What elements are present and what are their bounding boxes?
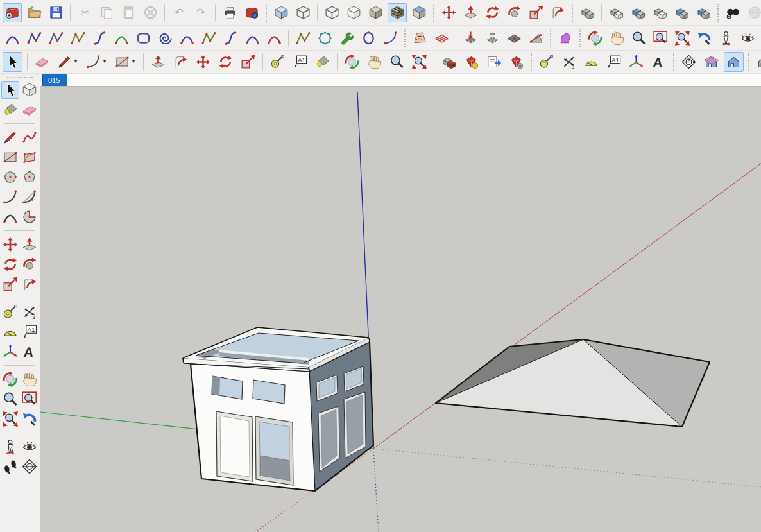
tool-cut-button[interactable]: ✂ [75, 3, 94, 22]
toolbar-drag-handle[interactable] [579, 29, 581, 47]
tool-from-contours-button[interactable] [410, 28, 429, 47]
tool-two-point-arc-button[interactable] [21, 188, 38, 206]
tool-shaded-button[interactable] [366, 3, 385, 22]
tool-rotate-button[interactable] [216, 52, 235, 72]
tool-loop-curve-button[interactable] [359, 28, 378, 47]
tool-shaded-with-textures-button[interactable] [388, 3, 407, 22]
tool-make-component-button[interactable] [21, 81, 38, 99]
tool-zoom-window-button[interactable] [651, 28, 670, 47]
tool-rotate-button[interactable] [483, 3, 502, 22]
tool-pan-button[interactable] [607, 28, 626, 47]
tool-extension-warehouse-button[interactable] [506, 52, 526, 72]
arcs-dropdown-arrow[interactable]: ▾ [101, 58, 108, 64]
tool-stamp-button[interactable] [483, 28, 502, 47]
scene-tab-015[interactable]: 015 [42, 74, 67, 86]
tool-text-button[interactable] [290, 52, 310, 72]
tool-send-to-layout-button[interactable] [484, 52, 504, 72]
tool-offset-button[interactable] [21, 275, 38, 293]
toolbar-drag-handle[interactable] [7, 77, 33, 78]
tool-offset-button[interactable] [171, 52, 191, 72]
tool-look-around-button[interactable] [738, 28, 757, 47]
tool-orbit-button[interactable] [1, 370, 19, 388]
tool-zoom-extents-button[interactable] [672, 28, 692, 47]
tool-move-button[interactable] [439, 3, 458, 22]
tool-copy-button[interactable] [97, 3, 116, 22]
tool-tape-measure-button[interactable] [268, 52, 287, 72]
tool-undo-button[interactable]: ↶ [169, 3, 189, 22]
toolbar-drag-handle[interactable] [433, 4, 434, 22]
tool-select-button[interactable] [1, 81, 19, 99]
tool-polygon-button[interactable] [21, 168, 38, 186]
tool-zoom-extents-button[interactable] [1, 410, 19, 428]
tool-outer-shell-button[interactable] [577, 3, 597, 22]
tool-select-button[interactable] [3, 52, 22, 72]
tool-move-button[interactable] [193, 52, 213, 72]
tool-tape-measure-button[interactable] [536, 52, 556, 72]
tool-display-section-fill-button[interactable] [754, 52, 761, 72]
tool-bezier-settings-button[interactable] [337, 28, 356, 47]
tool-orbit-button[interactable] [342, 52, 362, 72]
tool-paste-button[interactable] [119, 3, 138, 22]
tool-paint-bucket-button[interactable] [312, 52, 332, 72]
toolbar-drag-handle[interactable] [531, 53, 532, 71]
tool-3d-warehouse-button[interactable] [439, 52, 459, 72]
tool-arc-red-button[interactable] [264, 28, 284, 47]
tool-zoom-button[interactable] [1, 390, 19, 408]
tool-share-model-button[interactable] [461, 52, 481, 72]
tool-arc-segment-green-button[interactable] [112, 28, 131, 47]
tool-from-scratch-button[interactable] [432, 28, 451, 47]
tool-x-ray-button[interactable] [271, 3, 291, 22]
tool-spiral-button[interactable] [155, 28, 175, 47]
tool-bezier-polyline-button[interactable] [24, 28, 44, 47]
tool-axes-button[interactable] [626, 52, 646, 72]
tool-add-location-button[interactable] [745, 3, 761, 22]
tool-rotated-rectangle-button[interactable] [21, 148, 38, 166]
tool-text-button[interactable] [604, 52, 624, 72]
tool-eraser-button[interactable] [21, 101, 38, 119]
tool-smoove-button[interactable] [461, 28, 480, 47]
tool-push-pull-button[interactable] [148, 52, 168, 72]
toolbar-drag-handle[interactable] [404, 29, 406, 47]
tool-walk-button[interactable] [1, 458, 19, 476]
tool-follow-me-button[interactable] [21, 255, 38, 273]
tool-display-section-cuts-button[interactable] [724, 52, 744, 72]
tool-redo-button[interactable]: ↷ [191, 3, 210, 22]
tool-arcs-button[interactable]: ▾ [83, 52, 103, 72]
tool-paint-bucket-button[interactable] [1, 101, 19, 119]
tool-push-pull-button[interactable] [461, 3, 480, 22]
model-viewport[interactable] [40, 87, 761, 532]
tool-polyline-green-button[interactable] [199, 28, 218, 47]
tool-cubic-bezier-button[interactable] [90, 28, 109, 47]
tool-bezier-convert-button[interactable] [68, 28, 87, 47]
tool-move-button[interactable] [1, 236, 19, 253]
tool-freehand-button[interactable] [21, 128, 38, 146]
tool-cancel-button[interactable] [141, 3, 160, 22]
line-dropdown-arrow[interactable]: ▾ [73, 58, 79, 64]
tool-pan-button[interactable] [364, 52, 384, 72]
tool-intersect-button[interactable] [606, 3, 626, 22]
tool-save-button[interactable] [46, 3, 65, 22]
tool-polygon-tool-button[interactable] [556, 28, 575, 47]
toolbar-drag-handle[interactable] [748, 53, 749, 71]
tool-wireframe-button[interactable] [322, 3, 341, 22]
tool-open-button[interactable] [24, 3, 44, 22]
tool-rounded-rectangle-button[interactable] [133, 28, 153, 47]
tool-3d-text-button[interactable] [649, 52, 669, 72]
tool-zigzag-green-button[interactable] [293, 28, 312, 47]
tool-circle-button[interactable] [1, 168, 19, 186]
tool-axes-button[interactable] [1, 343, 19, 361]
tool-bezier-edit-button[interactable] [46, 28, 65, 47]
tool-push-pull-button[interactable] [21, 236, 38, 253]
tool-print-button[interactable] [220, 3, 239, 22]
tool-follow-me-button[interactable] [504, 3, 524, 22]
tool-display-section-planes-button[interactable] [701, 52, 721, 72]
toolbar-drag-handle[interactable] [717, 4, 719, 22]
tool-dimension-button[interactable] [21, 303, 38, 321]
tool-previous-button[interactable] [694, 28, 714, 47]
tool-eraser-button[interactable] [32, 52, 52, 72]
tool-three-point-arc-button[interactable] [1, 208, 19, 226]
tool-flip-edge-button[interactable] [526, 28, 545, 47]
toolbar-drag-handle[interactable] [266, 4, 267, 22]
tool-tape-measure-button[interactable] [1, 303, 19, 321]
tool-monochrome-button[interactable] [409, 3, 429, 22]
